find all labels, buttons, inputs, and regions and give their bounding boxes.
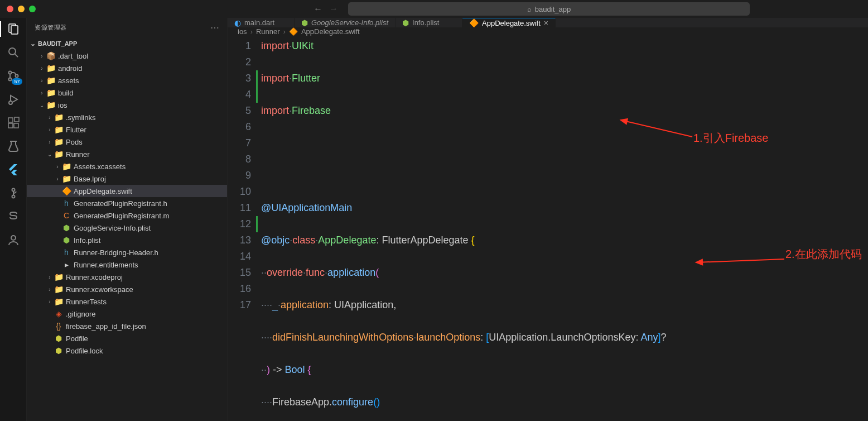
svg-line-3 bbox=[15, 54, 18, 57]
debug-icon[interactable] bbox=[7, 93, 20, 106]
tree-item[interactable]: ⌄📁Runner bbox=[27, 148, 227, 160]
file-icon: ▸ bbox=[61, 260, 71, 269]
tab-label: AppDelegate.swift bbox=[482, 19, 541, 27]
tree-item[interactable]: ⬢Podfile bbox=[27, 332, 227, 345]
chevron-icon: › bbox=[54, 164, 61, 170]
search-icon[interactable] bbox=[7, 46, 20, 59]
tree-item[interactable]: ⬢Info.plist bbox=[27, 234, 227, 246]
tree-item-label: Pods bbox=[66, 138, 227, 146]
file-icon: 📁 bbox=[54, 297, 64, 306]
explorer-icon[interactable] bbox=[7, 22, 20, 36]
flutter-icon[interactable] bbox=[7, 163, 20, 176]
tree-item[interactable]: ›📦.dart_tool bbox=[27, 50, 227, 62]
editor-tab[interactable]: ◐main.dart bbox=[228, 18, 295, 27]
tree-item-label: Podfile bbox=[66, 334, 227, 343]
extensions-icon[interactable] bbox=[7, 116, 20, 130]
tree-item-label: assets bbox=[58, 76, 227, 85]
breadcrumb-item[interactable]: ios bbox=[238, 27, 247, 36]
tree-item[interactable]: ›📁RunnerTests bbox=[27, 295, 227, 308]
tab-icon: ⬢ bbox=[301, 18, 308, 27]
git-gutter-added bbox=[256, 70, 258, 103]
file-icon: 📁 bbox=[46, 88, 56, 97]
file-icon: {} bbox=[54, 322, 64, 331]
tree-item[interactable]: ▸Runner.entitlements bbox=[27, 259, 227, 271]
search-icon: ⌕ bbox=[527, 5, 532, 13]
tree-item-label: Runner.xcodeproj bbox=[66, 273, 227, 281]
tree-item-label: Runner.entitlements bbox=[74, 261, 227, 269]
svg-rect-12 bbox=[15, 117, 19, 122]
tree-item[interactable]: hGeneratedPluginRegistrant.h bbox=[27, 197, 227, 209]
source-control-icon[interactable]: 57 bbox=[7, 69, 20, 83]
s-icon[interactable] bbox=[7, 210, 20, 223]
editor-tab[interactable]: 🔶AppDelegate.swift× bbox=[462, 18, 556, 27]
titlebar: ← → ⌕ baudit_app bbox=[0, 0, 868, 18]
tree-item[interactable]: ◈.gitignore bbox=[27, 308, 227, 320]
tree-item[interactable]: ›📁assets bbox=[27, 74, 227, 87]
tree-item-label: firebase_app_id_file.json bbox=[66, 322, 227, 331]
tree-item[interactable]: 🔶AppDelegate.swift bbox=[27, 185, 227, 197]
maximize-window-icon[interactable] bbox=[29, 6, 36, 12]
chevron-icon: › bbox=[46, 139, 54, 145]
close-tab-icon[interactable]: × bbox=[544, 18, 548, 27]
file-icon: C bbox=[61, 211, 71, 220]
project-header[interactable]: BAUDIT_APP bbox=[27, 37, 227, 50]
chevron-right-icon: › bbox=[250, 27, 253, 36]
tree-item[interactable]: {}firebase_app_id_file.json bbox=[27, 320, 227, 332]
scm-badge: 57 bbox=[12, 78, 22, 85]
nav-buttons: ← → bbox=[314, 4, 338, 14]
breadcrumb-item[interactable]: Runner bbox=[256, 27, 280, 36]
command-center[interactable]: ⌕ baudit_app bbox=[348, 2, 750, 16]
svg-point-6 bbox=[15, 75, 18, 78]
tree-item[interactable]: ›📁Pods bbox=[27, 136, 227, 148]
minimize-window-icon[interactable] bbox=[18, 6, 25, 12]
chevron-icon: › bbox=[54, 176, 61, 182]
nav-back-icon[interactable]: ← bbox=[314, 4, 322, 14]
tree-item[interactable]: ›📁build bbox=[27, 87, 227, 99]
tree-item-label: RunnerTests bbox=[66, 298, 227, 306]
chevron-icon: › bbox=[46, 274, 54, 280]
svg-rect-10 bbox=[8, 123, 13, 128]
file-icon: 📁 bbox=[46, 64, 56, 73]
file-icon: ⬢ bbox=[61, 236, 71, 245]
tab-label: Info.plist bbox=[412, 18, 439, 27]
git-icon[interactable] bbox=[7, 186, 20, 200]
tree-item[interactable]: ›📁Runner.xcodeproj bbox=[27, 271, 227, 283]
close-window-icon[interactable] bbox=[7, 6, 13, 12]
tree-item-label: Podfile.lock bbox=[66, 347, 227, 355]
tree-item[interactable]: ⌄📁ios bbox=[27, 99, 227, 111]
tree-item[interactable]: ›📁Runner.xcworkspace bbox=[27, 283, 227, 295]
tree-item[interactable]: ⬢Podfile.lock bbox=[27, 345, 227, 357]
tree-item[interactable]: ›📁Assets.xcassets bbox=[27, 160, 227, 173]
breadcrumb[interactable]: ios›Runner›🔶AppDelegate.swift bbox=[228, 27, 868, 36]
chevron-icon: ⌄ bbox=[38, 102, 46, 108]
file-icon: 📦 bbox=[46, 51, 56, 60]
code-content[interactable]: import·UIKit import·Flutter import·Fireb… bbox=[261, 36, 868, 421]
chevron-icon: › bbox=[38, 78, 46, 84]
account-icon[interactable] bbox=[7, 233, 20, 247]
testing-icon[interactable] bbox=[7, 140, 20, 153]
tab-label: main.dart bbox=[244, 18, 274, 27]
chevron-icon: › bbox=[38, 65, 46, 71]
tree-item[interactable]: ›📁Flutter bbox=[27, 123, 227, 136]
sidebar-more-icon[interactable]: ⋯ bbox=[210, 22, 220, 33]
nav-forward-icon[interactable]: → bbox=[329, 4, 338, 14]
tree-item[interactable]: ⬢GoogleService-Info.plist bbox=[27, 222, 227, 234]
tree-item[interactable]: ›📁Base.lproj bbox=[27, 173, 227, 185]
tree-item[interactable]: CGeneratedPluginRegistrant.m bbox=[27, 209, 227, 222]
tree-item[interactable]: ›📁.symlinks bbox=[27, 111, 227, 123]
sidebar: 资源管理器 ⋯ BAUDIT_APP ›📦.dart_tool›📁android… bbox=[27, 18, 228, 421]
code-editor[interactable]: 1234567891011121314151617 import·UIKit i… bbox=[228, 36, 868, 421]
tree-item-label: GeneratedPluginRegistrant.m bbox=[74, 212, 227, 220]
tree-item[interactable]: hRunner-Bridging-Header.h bbox=[27, 246, 227, 259]
tree-item[interactable]: ›📁android bbox=[27, 62, 227, 74]
file-icon: 🔶 bbox=[61, 186, 71, 195]
tree-item-label: android bbox=[58, 64, 227, 73]
breadcrumb-item[interactable]: AppDelegate.swift bbox=[301, 27, 360, 36]
tab-icon: ⬢ bbox=[402, 18, 409, 27]
editor-tab[interactable]: ⬢GoogleService-Info.plist bbox=[295, 18, 396, 27]
chevron-icon: › bbox=[46, 127, 54, 133]
chevron-icon: › bbox=[46, 286, 54, 293]
tree-item-label: .dart_tool bbox=[58, 52, 227, 60]
tree-item-label: Flutter bbox=[66, 126, 227, 134]
editor-tab[interactable]: ⬢Info.plist bbox=[396, 18, 462, 27]
